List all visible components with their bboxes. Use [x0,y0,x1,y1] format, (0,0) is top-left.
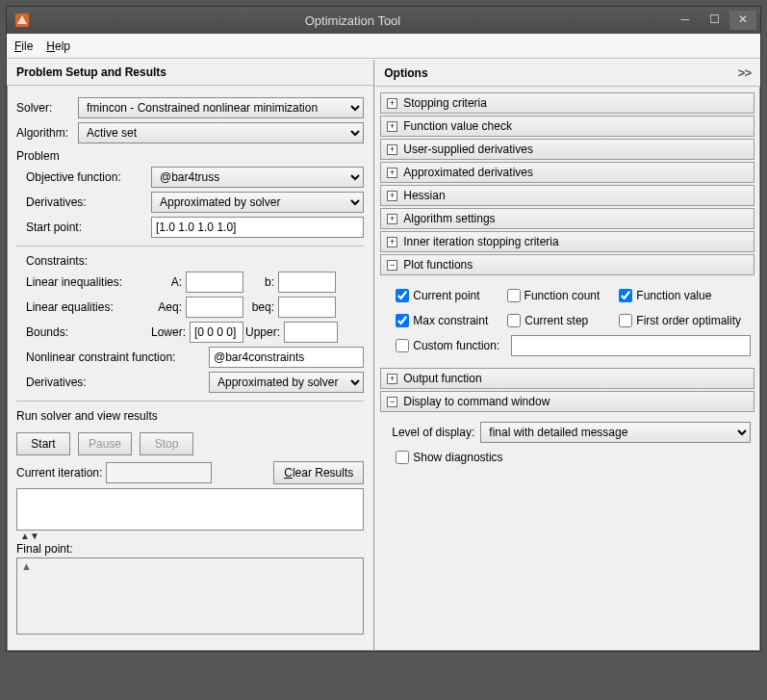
acc-inner-iteration[interactable]: +Inner iteration stopping criteria [380,231,754,252]
Aeq-input[interactable] [186,297,243,318]
chk-function-count[interactable]: Function count [503,286,601,305]
final-point-label: Final point: [16,542,364,556]
acc-display-command-window[interactable]: −Display to command window [380,391,754,412]
acc-function-value-check[interactable]: +Function value check [380,116,754,137]
plus-icon: + [387,191,397,201]
plus-icon: + [387,237,397,247]
algorithm-label: Algorithm: [16,126,78,140]
level-of-display-select[interactable]: final with detailed message [480,422,751,443]
maximize-button[interactable]: ☐ [701,11,728,30]
current-iteration-field [106,462,212,483]
final-point-table[interactable]: ▲ [16,557,364,635]
minimize-button[interactable]: ─ [672,11,699,30]
derivatives2-label: Derivatives: [26,376,209,389]
upper-label: Upper: [243,325,284,339]
pause-button[interactable]: Pause [78,432,132,455]
constraints-label: Constraints: [16,254,364,268]
upper-input[interactable] [284,322,338,343]
plus-icon: + [387,98,397,109]
menu-file[interactable]: File [14,39,33,53]
start-point-label: Start point: [26,220,151,234]
level-of-display-label: Level of display: [392,426,474,439]
constraints-fieldset [16,246,364,254]
chk-current-step[interactable]: Current step [503,311,588,330]
acc-algorithm-settings[interactable]: +Algorithm settings [380,208,754,229]
derivatives-select[interactable]: Approximated by solver [151,192,364,213]
b-label: b: [243,275,278,289]
acc-stopping-criteria[interactable]: +Stopping criteria [380,92,754,114]
problem-section-label: Problem [16,149,364,163]
problem-setup-panel: Problem Setup and Results Solver: fminco… [7,60,374,651]
right-panel-header: Options >> [374,60,760,87]
start-point-input[interactable] [151,217,364,238]
display-cmd-body: Level of display: final with detailed me… [374,414,760,478]
objective-function-label: Objective function: [26,170,151,184]
nonlinear-constraint-label: Nonlinear constraint function: [26,350,209,364]
chk-custom-function[interactable]: Custom function: [392,336,499,355]
chk-function-value[interactable]: Function value [615,286,711,305]
plus-icon: + [387,121,397,132]
minus-icon: − [387,397,397,407]
start-button[interactable]: Start [16,432,70,455]
lower-input[interactable] [190,322,243,343]
chk-show-diagnostics[interactable]: Show diagnostics [392,448,502,467]
plus-icon: + [387,144,397,155]
splitter-handle[interactable]: ▲▼ [16,531,364,540]
window-title: Optimization Tool [36,13,670,28]
run-solver-label: Run solver and view results [16,409,364,423]
nonlinear-constraint-input[interactable] [209,347,364,368]
close-button[interactable]: ✕ [729,11,756,30]
menu-help[interactable]: Help [46,39,70,53]
solver-select[interactable]: fmincon - Constrained nonlinear minimiza… [78,97,364,118]
options-panel: Options >> +Stopping criteria +Function … [374,60,760,651]
chk-current-point[interactable]: Current point [392,286,479,305]
plus-icon: + [387,168,397,178]
left-panel-header: Problem Setup and Results [7,60,373,86]
A-input[interactable] [186,272,243,293]
lower-label: Lower: [151,325,190,339]
clear-results-button[interactable]: Clear Results [273,461,364,484]
linear-equalities-label: Linear equalities: [26,300,151,314]
plus-icon: + [387,374,397,384]
Aeq-label: Aeq: [151,300,186,314]
plot-functions-body: Current point Function count Function va… [374,277,760,366]
expand-options-button[interactable]: >> [738,65,751,80]
solver-label: Solver: [16,101,78,115]
algorithm-select[interactable]: Active set [78,122,364,143]
minus-icon: − [387,260,397,271]
chk-max-constraint[interactable]: Max constraint [392,311,488,330]
A-label: A: [151,275,186,289]
plus-icon: + [387,214,397,224]
menubar: File Help [7,34,760,59]
optimization-tool-window: Optimization Tool ─ ☐ ✕ File Help Proble… [6,6,761,652]
left-panel-title: Problem Setup and Results [16,65,166,79]
run-fieldset [16,401,364,409]
right-panel-title: Options [384,66,427,80]
current-iteration-label: Current iteration: [16,466,102,480]
acc-approx-derivatives[interactable]: +Approximated derivatives [380,162,754,183]
app-icon [14,13,30,28]
acc-output-function[interactable]: +Output function [380,368,754,389]
b-input[interactable] [278,272,336,293]
derivatives-label: Derivatives: [26,195,151,209]
titlebar: Optimization Tool ─ ☐ ✕ [7,7,760,34]
beq-label: beq: [243,300,278,314]
beq-input[interactable] [278,297,336,318]
results-textarea[interactable] [16,488,364,531]
stop-button[interactable]: Stop [140,432,193,455]
custom-function-input[interactable] [511,335,751,356]
chk-first-order-optimality[interactable]: First order optimality [615,311,741,330]
acc-hessian[interactable]: +Hessian [380,185,754,206]
bounds-label: Bounds: [26,325,151,339]
acc-user-derivatives[interactable]: +User-supplied derivatives [380,139,754,160]
acc-plot-functions[interactable]: −Plot functions [380,254,754,275]
linear-inequalities-label: Linear inequalities: [26,275,151,289]
derivatives2-select[interactable]: Approximated by solver [209,372,364,393]
objective-function-select[interactable]: @bar4truss [151,167,364,188]
